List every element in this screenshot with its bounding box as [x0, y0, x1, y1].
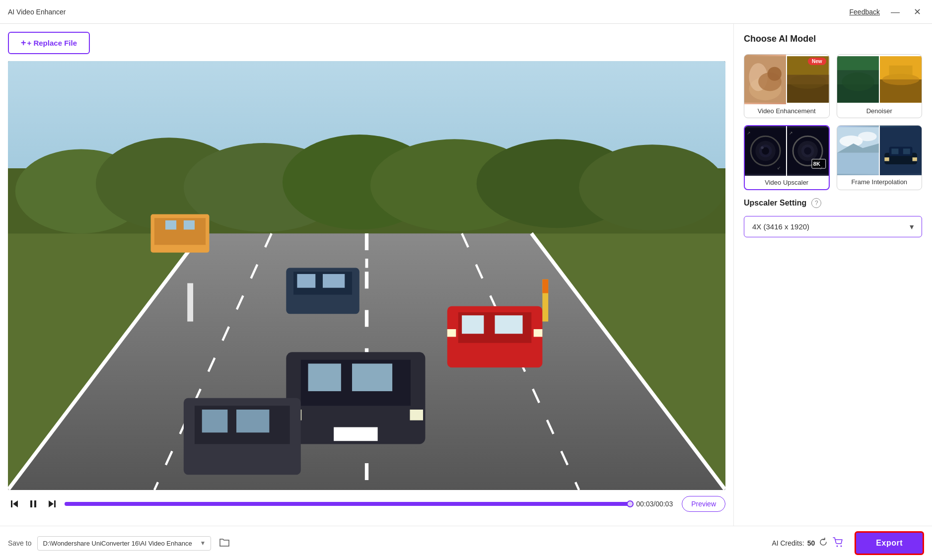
road-scene	[8, 61, 725, 490]
svg-point-99	[858, 132, 876, 141]
svg-rect-31	[184, 220, 195, 230]
svg-point-70	[789, 75, 827, 89]
svg-rect-104	[891, 148, 898, 154]
close-button[interactable]: ✕	[911, 6, 924, 17]
playback-controls: 00:03/00:03 Preview	[8, 490, 725, 518]
model-label-video-enhancement: Video Enhancement	[744, 104, 829, 118]
save-path-input-wrap: D:\Wondershare UniConverter 16\AI Video …	[37, 536, 211, 551]
svg-rect-78	[889, 66, 912, 79]
step-forward-button[interactable]	[46, 497, 59, 510]
shopping-cart-button[interactable]	[832, 536, 845, 551]
model-thumb-video-upscaler: ↗ ↙	[745, 126, 829, 176]
model-card-video-upscaler[interactable]: ↗ ↙	[744, 125, 830, 190]
upscaler-select[interactable]: 2X (1708 x 960) 4X (3416 x 1920) 8X (683…	[744, 216, 922, 237]
pause-button[interactable]	[27, 497, 40, 510]
svg-marker-60	[49, 500, 54, 507]
svg-rect-34	[297, 274, 315, 288]
svg-rect-30	[165, 220, 176, 230]
step-back-button[interactable]	[8, 497, 21, 510]
model-thumb-denoiser	[837, 55, 922, 104]
svg-text:↙: ↙	[777, 165, 781, 170]
progress-fill	[65, 502, 630, 506]
feedback-link[interactable]: Feedback	[850, 8, 880, 16]
svg-rect-97	[837, 153, 879, 174]
svg-text:↗: ↗	[747, 131, 751, 136]
help-icon[interactable]: ?	[811, 198, 821, 208]
save-bar: Save to D:\Wondershare UniConverter 16\A…	[0, 526, 932, 560]
svg-rect-39	[495, 315, 523, 334]
svg-point-91	[804, 147, 811, 155]
thumb-de-left	[837, 55, 879, 104]
thumb-vu-right: 8K ↗ ↙	[787, 126, 828, 176]
export-button[interactable]: Export	[855, 531, 924, 555]
right-panel: Choose AI Model	[733, 24, 932, 526]
new-badge: New	[808, 58, 826, 65]
app-title: AI Video Enhancer	[8, 8, 66, 16]
svg-rect-51	[202, 410, 228, 432]
video-container	[8, 61, 725, 490]
model-label-video-upscaler: Video Upscaler	[745, 176, 829, 189]
choose-ai-model-title: Choose AI Model	[744, 34, 922, 44]
model-label-denoiser: Denoiser	[837, 104, 922, 118]
title-bar-left: AI Video Enhancer	[8, 8, 66, 16]
browse-folder-button[interactable]	[217, 535, 232, 552]
save-path-text: D:\Wondershare UniConverter 16\AI Video …	[43, 540, 196, 547]
thumb-de-right	[880, 55, 922, 104]
model-grid: New Video Enhancement	[744, 54, 922, 190]
ai-credits-value: 50	[807, 539, 815, 547]
thumb-ve-left	[744, 55, 786, 104]
model-thumb-frame-interpolation	[837, 126, 922, 175]
svg-point-66	[768, 67, 782, 81]
svg-text:↙: ↙	[819, 165, 823, 170]
title-bar: AI Video Enhancer Feedback — ✕	[0, 0, 932, 24]
svg-rect-58	[30, 500, 32, 507]
svg-rect-48	[410, 410, 423, 420]
svg-rect-57	[11, 500, 12, 507]
model-card-frame-interpolation[interactable]: Frame Interpolation	[837, 125, 923, 190]
ai-credits-label: AI Credits:	[772, 539, 804, 547]
left-panel: + + Replace File	[0, 24, 733, 526]
svg-rect-45	[352, 363, 392, 391]
svg-point-109	[841, 545, 842, 547]
minimize-button[interactable]: —	[888, 6, 903, 17]
refresh-credits-button[interactable]	[818, 537, 829, 550]
svg-point-108	[837, 545, 838, 547]
thumb-fi-left	[837, 126, 879, 175]
thumb-fi-right	[880, 126, 922, 175]
svg-text:↗: ↗	[789, 131, 793, 136]
svg-rect-107	[912, 157, 917, 161]
svg-rect-46	[334, 427, 377, 441]
save-to-label: Save to	[8, 539, 31, 547]
svg-rect-59	[34, 500, 36, 507]
svg-rect-106	[884, 157, 889, 161]
plus-icon: +	[21, 38, 26, 48]
ai-credits-display: AI Credits: 50	[772, 536, 845, 551]
model-card-denoiser[interactable]: Denoiser	[837, 54, 923, 118]
preview-button[interactable]: Preview	[682, 496, 725, 512]
svg-point-84	[761, 146, 764, 149]
svg-rect-53	[187, 283, 193, 321]
svg-rect-52	[236, 410, 269, 432]
svg-rect-55	[542, 280, 548, 293]
svg-marker-56	[13, 500, 18, 507]
thumb-vu-left: ↗ ↙	[745, 126, 786, 176]
svg-rect-29	[154, 218, 206, 245]
svg-rect-41	[534, 329, 543, 337]
svg-point-18	[579, 144, 725, 230]
title-bar-right: Feedback — ✕	[850, 6, 924, 17]
save-path-dropdown-icon[interactable]: ▼	[200, 540, 206, 547]
model-card-video-enhancement[interactable]: New Video Enhancement	[744, 54, 830, 118]
svg-point-74	[842, 72, 874, 91]
svg-rect-61	[54, 500, 56, 507]
svg-rect-35	[323, 274, 345, 288]
replace-file-label: + Replace File	[27, 39, 77, 47]
time-display: 00:03/00:03	[636, 500, 676, 508]
upscaler-setting-title: Upscaler Setting	[744, 199, 806, 208]
upscaler-setting-row: Upscaler Setting ?	[744, 198, 922, 208]
progress-thumb	[627, 500, 634, 507]
progress-bar[interactable]	[65, 502, 630, 506]
model-label-frame-interpolation: Frame Interpolation	[837, 175, 922, 189]
replace-file-button[interactable]: + + Replace File	[8, 32, 90, 54]
svg-rect-105	[903, 148, 910, 154]
svg-rect-38	[462, 315, 484, 334]
